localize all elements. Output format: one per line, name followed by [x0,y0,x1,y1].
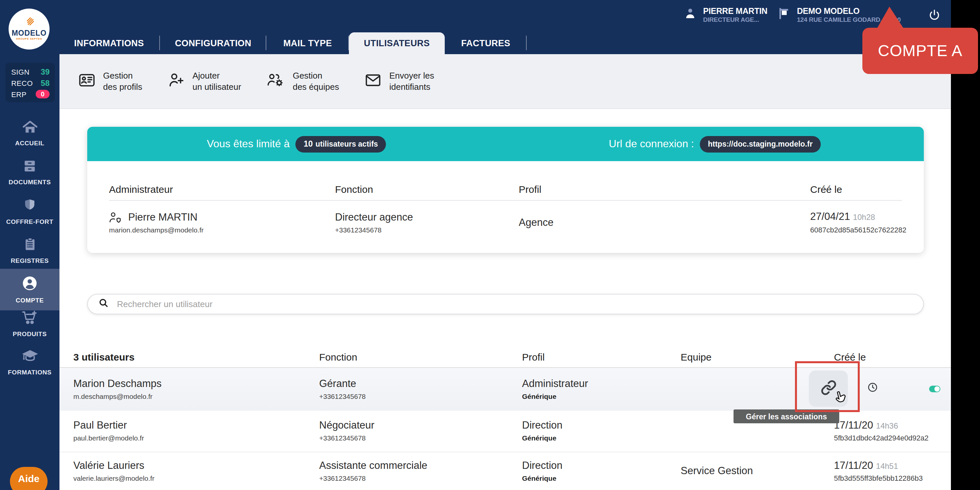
user-profil-sub: Générique [522,434,557,442]
screenshot-stage: INFORMATIONS CONFIGURATION MAIL TYPE UTI… [0,0,980,490]
search-input[interactable] [116,298,913,310]
user-phone: +33612345678 [319,474,366,482]
modelo-logo[interactable]: MODELO GROUPE SEPTEO [9,9,49,49]
active-toggle[interactable] [929,386,940,392]
limit-badge: 10 utilisateurs actifs [296,136,386,152]
limit-text: Vous êtes limité à [207,138,290,150]
help-button[interactable]: Aide [10,467,48,490]
manage-profiles-button[interactable]: Gestiondes profils [78,70,142,92]
admin-col-administrateur: Administrateur [109,184,173,195]
connection-url-badge[interactable]: https://doc.staging.modelo.fr [700,136,821,152]
manage-teams-button[interactable]: Gestiondes équipes [266,70,339,92]
user-phone: +33612345678 [319,434,366,442]
stat-sign: SIGN 39 [11,66,49,77]
tab-informations[interactable]: INFORMATIONS [58,32,160,54]
user-name: Paul Bertier [73,419,127,431]
main-tabs: INFORMATIONS CONFIGURATION MAIL TYPE UTI… [58,32,527,54]
envelope-icon [364,71,382,92]
sidebar-item-documents[interactable]: DOCUMENTS [0,159,59,186]
topbar: INFORMATIONS CONFIGURATION MAIL TYPE UTI… [0,0,951,54]
admin-email: marion.deschamps@modelo.fr [109,226,204,234]
user-profil: Direction [522,419,562,431]
user-name: Valérie Lauriers [73,460,145,471]
clipboard-icon [22,236,37,255]
drawer-icon [22,159,38,176]
user-created: 17/11/20 14h36 [834,419,898,431]
admin-created: 27/04/21 10h28 [810,211,875,222]
user-profil-sub: Générique [522,392,557,400]
user-fonction: Gérante [319,378,356,390]
row-divider [59,452,951,452]
toggle-knob [934,386,940,392]
sidebar-item-accueil[interactable]: ACCUEIL [0,119,59,147]
stats-box: SIGN 39 RECO 58 ERP 0 [5,63,55,102]
user-uid: 5fb3d1dbdc42ad294e0d92a2 [834,434,929,442]
graduation-cap-icon [21,349,39,366]
users-col-fonction: Fonction [319,351,357,363]
user-profil: Direction [522,460,562,471]
history-clock-icon[interactable] [867,382,878,396]
logo-stripes-icon [24,17,34,29]
team-gear-icon [266,71,285,92]
user-email: paul.bertier@modelo.fr [73,434,144,442]
admin-header-divider [109,200,902,201]
sidebar: MODELO GROUPE SEPTEO SIGN 39 RECO 58 ERP… [0,0,59,490]
users-col-cree-le: Créé le [834,351,866,363]
admin-phone: +33612345678 [335,226,382,234]
user-uid: 5fb3d555ff3bfe5bb12286b3 [834,474,923,482]
sidebar-item-compte[interactable]: COMPTE [0,269,59,310]
sidebar-item-registres[interactable]: REGISTRES [0,236,59,264]
stat-erp: ERP 0 [11,89,49,100]
add-user-button[interactable]: Ajouterun utilisateur [167,70,241,92]
tab-mail-type[interactable]: MAIL TYPE [266,32,349,54]
estate-sign-icon [777,6,791,23]
user-profil: Administrateur [522,378,588,390]
admin-uid: 6087cb2d85a56152c7622282 [810,226,906,234]
admin-name: Pierre MARTIN [128,211,197,223]
account-person-icon [21,275,38,295]
app-window: INFORMATIONS CONFIGURATION MAIL TYPE UTI… [0,0,951,490]
id-card-icon [78,71,96,92]
admin-card: Vous êtes limité à 10 utilisateurs actif… [87,127,924,253]
user-created: 17/11/20 14h51 [834,460,898,471]
admin-col-cree-le: Créé le [810,184,842,195]
user-role: DIRECTEUR AGE... [703,16,768,24]
topbar-user[interactable]: PIERRE MARTIN DIRECTEUR AGE... [683,6,768,24]
users-toolbar: Gestiondes profils Ajouterun utilisateur… [59,54,951,109]
user-email: valerie.lauriers@modelo.fr [73,474,154,482]
main-content: Vous êtes limité à 10 utilisateurs actif… [59,109,951,490]
user-equipe: Service Gestion [681,465,753,477]
search-bar [87,294,924,314]
power-icon[interactable] [928,9,941,24]
send-credentials-button[interactable]: Envoyer lesidentifiants [364,70,434,92]
user-email: m.deschamps@modelo.fr [73,392,153,400]
user-phone: +33612345678 [319,392,366,400]
cart-plus-icon [21,310,38,328]
stat-reco: RECO 58 [11,77,49,89]
connection-url-label: Url de connexion : [609,138,694,150]
users-col-profil: Profil [522,351,544,363]
admin-col-profil: Profil [519,184,541,195]
user-fonction: Négociateur [319,419,374,431]
user-name: Marion Deschamps [73,378,162,390]
sidebar-item-produits[interactable]: PRODUITS [0,310,59,338]
tab-factures[interactable]: FACTURES [445,32,527,54]
search-icon [99,298,109,311]
user-bust-icon [683,6,697,23]
person-shield-icon [108,211,122,228]
shield-icon [22,197,38,216]
tab-utilisateurs[interactable]: UTILISATEURS [349,32,445,54]
admin-fonction: Directeur agence [335,211,413,223]
sidebar-item-coffre-fort[interactable]: COFFRE-FORT [0,197,59,225]
tab-configuration[interactable]: CONFIGURATION [160,32,266,54]
admin-profil: Agence [519,217,554,228]
user-name: PIERRE MARTIN [703,6,768,16]
limit-banner: Vous êtes limité à 10 utilisateurs actif… [87,127,924,161]
user-profil-sub: Générique [522,474,557,482]
user-fonction: Assistante commerciale [319,460,427,471]
annotation-compte-a: COMPTE A [862,28,978,74]
admin-col-fonction: Fonction [335,184,373,195]
sidebar-item-formations[interactable]: FORMATIONS [0,349,59,376]
home-icon [21,119,38,137]
users-col-equipe: Equipe [681,351,711,363]
